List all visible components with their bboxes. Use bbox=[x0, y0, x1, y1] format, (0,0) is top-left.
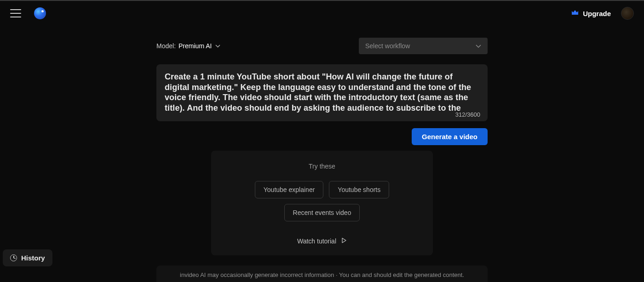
watch-tutorial-button[interactable]: Watch tutorial bbox=[297, 237, 347, 245]
model-row: Model: Premium AI Select workflow bbox=[156, 38, 488, 54]
menu-icon[interactable] bbox=[10, 9, 21, 17]
history-button[interactable]: History bbox=[3, 249, 52, 266]
chip-youtube-explainer[interactable]: Youtube explainer bbox=[255, 181, 324, 198]
workflow-select[interactable]: Select workflow bbox=[359, 38, 488, 54]
prompt-box: Create a 1 minute YouTube short about "H… bbox=[156, 64, 488, 121]
try-title: Try these bbox=[223, 163, 421, 170]
app-logo[interactable] bbox=[34, 7, 46, 19]
top-left-cluster bbox=[10, 7, 46, 19]
try-chips: Youtube explainer Youtube shorts Recent … bbox=[223, 181, 421, 221]
model-select[interactable]: Model: Premium AI bbox=[156, 42, 220, 50]
top-right-cluster: Upgrade bbox=[571, 7, 634, 20]
chip-youtube-shorts[interactable]: Youtube shorts bbox=[329, 181, 389, 198]
chevron-down-icon bbox=[476, 42, 481, 50]
top-bar: Upgrade bbox=[0, 1, 644, 26]
model-value: Premium AI bbox=[178, 42, 212, 50]
char-counter: 312/3600 bbox=[455, 111, 480, 118]
crown-icon bbox=[571, 10, 579, 17]
try-card: Try these Youtube explainer Youtube shor… bbox=[211, 151, 433, 255]
chip-recent-events-video[interactable]: Recent events video bbox=[284, 204, 360, 221]
avatar[interactable] bbox=[621, 7, 634, 20]
upgrade-label: Upgrade bbox=[583, 10, 611, 17]
watch-tutorial-label: Watch tutorial bbox=[297, 237, 336, 245]
generate-video-button[interactable]: Generate a video bbox=[412, 128, 488, 145]
upgrade-button[interactable]: Upgrade bbox=[571, 10, 611, 17]
workflow-placeholder: Select workflow bbox=[365, 42, 410, 50]
chevron-down-icon bbox=[215, 43, 220, 49]
clock-icon bbox=[10, 254, 17, 261]
prompt-input[interactable]: Create a 1 minute YouTube short about "H… bbox=[165, 72, 479, 113]
main-column: Model: Premium AI Select workflow Create… bbox=[156, 38, 488, 282]
history-label: History bbox=[21, 254, 45, 262]
play-icon bbox=[341, 237, 347, 245]
model-label: Model: bbox=[156, 42, 176, 50]
disclaimer-bar: invideo AI may occasionally generate inc… bbox=[156, 265, 488, 282]
generate-row: Generate a video bbox=[156, 128, 488, 145]
